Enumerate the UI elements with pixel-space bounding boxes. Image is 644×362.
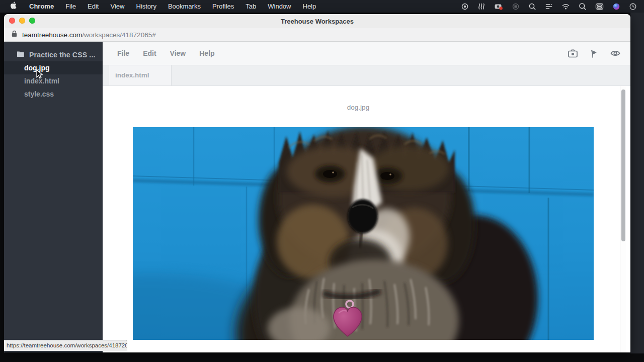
menubar-item-tab[interactable]: Tab	[246, 3, 256, 10]
workspace-menu-file[interactable]: File	[117, 49, 129, 57]
project-name: Practice the CSS ...	[29, 51, 96, 59]
preview-caption: dog.jpg	[103, 104, 614, 111]
menubar-item-bookmarks[interactable]: Bookmarks	[168, 3, 201, 10]
link-status-tooltip: https://teamtreehouse.com/workspaces/418…	[4, 340, 127, 351]
url-domain: teamtreehouse.com	[22, 31, 82, 39]
zoom-window-button[interactable]	[29, 18, 35, 24]
url-bar[interactable]: teamtreehouse.com/workspaces/41872065#	[4, 28, 630, 42]
now-playing-icon[interactable]	[545, 3, 553, 11]
folder-icon	[17, 51, 24, 59]
desktop-background	[630, 13, 644, 353]
lock-icon[interactable]	[11, 30, 18, 40]
scrollbar-thumb[interactable]	[621, 89, 625, 241]
menubar-item-view[interactable]: View	[110, 3, 124, 10]
close-window-button[interactable]	[9, 18, 15, 24]
url-path: /workspaces/41872065#	[82, 31, 155, 39]
spotlight-icon[interactable]	[579, 3, 587, 11]
preview-eye-icon[interactable]	[610, 49, 621, 58]
camera-recording-icon[interactable]	[494, 3, 503, 11]
menubar-item-history[interactable]: History	[136, 3, 156, 10]
minimize-window-button[interactable]	[19, 18, 25, 24]
loupe-icon[interactable]	[528, 3, 536, 11]
window-title: Treehouse Workspaces	[4, 18, 630, 25]
audio-waves-icon[interactable]	[477, 3, 486, 11]
menubar-item-help[interactable]: Help	[303, 3, 316, 10]
sidebar-file-dog-jpg[interactable]: dog.jpg	[4, 61, 103, 74]
file-sidebar: Practice the CSS ... dog.jpg index.html …	[4, 42, 103, 352]
menubar-item-profiles[interactable]: Profiles	[212, 3, 234, 10]
browser-titlebar[interactable]: Treehouse Workspaces	[4, 14, 630, 28]
preview-pane: dog.jpg	[103, 86, 630, 352]
menubar-item-window[interactable]: Window	[268, 3, 291, 10]
siri-icon[interactable]	[612, 3, 620, 11]
menubar-item-edit[interactable]: Edit	[88, 3, 99, 10]
macos-menubar: Chrome File Edit View History Bookmarks …	[0, 0, 644, 13]
preview-scrollbar[interactable]	[620, 86, 626, 352]
workspace-toolbar: File Edit View Help	[103, 42, 630, 65]
workspace-menu-help[interactable]: Help	[199, 49, 214, 57]
tab-index-html[interactable]: index.html	[109, 65, 172, 85]
control-center-icon[interactable]	[595, 3, 604, 11]
apple-icon[interactable]	[10, 2, 18, 11]
browser-window: Treehouse Workspaces teamtreehouse.com/w…	[4, 14, 630, 352]
screen-record-icon[interactable]	[461, 3, 469, 11]
menubar-item-chrome[interactable]: Chrome	[29, 3, 54, 10]
workspace-menu-view[interactable]: View	[170, 49, 186, 57]
dimmed-app-icon[interactable]	[512, 3, 520, 11]
menubar-item-file[interactable]: File	[65, 3, 76, 10]
workspace-panel: File Edit View Help index.html	[103, 42, 630, 352]
snapshot-camera-icon[interactable]	[568, 49, 578, 58]
fork-flag-icon[interactable]	[589, 49, 599, 58]
url-text[interactable]: teamtreehouse.com/workspaces/41872065#	[22, 31, 156, 39]
mouse-cursor	[36, 69, 44, 81]
sidebar-file-style-css[interactable]: style.css	[4, 87, 103, 101]
workspace-menu-edit[interactable]: Edit	[143, 49, 156, 57]
sidebar-file-index-html[interactable]: index.html	[4, 74, 103, 87]
dog-photo	[133, 127, 594, 340]
editor-tabbar: index.html	[103, 65, 630, 86]
project-folder-row[interactable]: Practice the CSS ...	[4, 48, 103, 61]
clock-icon[interactable]	[629, 3, 637, 11]
wifi-icon[interactable]	[561, 3, 570, 11]
